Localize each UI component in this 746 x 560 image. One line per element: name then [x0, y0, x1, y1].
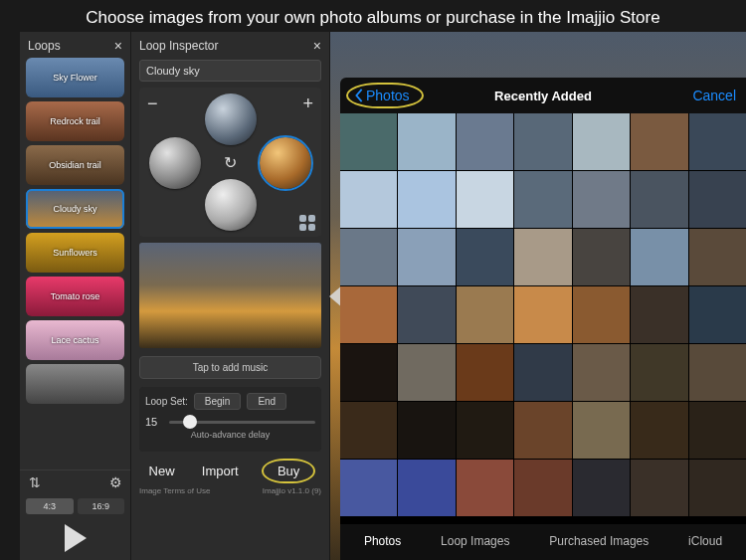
photo-thumbnail[interactable] [457, 171, 513, 228]
picker-tab[interactable]: Photos [364, 534, 401, 548]
ratio-4-3-button[interactable]: 4:3 [26, 498, 74, 514]
photo-thumbnail[interactable] [689, 171, 746, 228]
photo-thumbnail[interactable] [398, 344, 455, 401]
wheel-image[interactable] [205, 93, 257, 145]
photo-thumbnail[interactable] [340, 402, 397, 459]
photo-thumbnail[interactable] [457, 460, 513, 516]
add-music-button[interactable]: Tap to add music [139, 356, 321, 379]
photo-thumbnail[interactable] [398, 229, 455, 285]
photo-thumbnail[interactable] [689, 113, 746, 170]
photo-thumbnail[interactable] [457, 344, 513, 401]
gear-icon[interactable]: ⚙ [106, 474, 124, 492]
picker-tab[interactable]: Purchased Images [549, 534, 649, 548]
picker-tabs: PhotosLoop ImagesPurchased ImagesiCloud [340, 524, 746, 560]
photo-thumbnail[interactable] [457, 286, 513, 343]
photo-thumbnail[interactable] [514, 402, 571, 459]
minus-icon[interactable]: − [147, 93, 158, 114]
photo-thumbnail[interactable] [514, 113, 571, 170]
photo-thumbnail[interactable] [689, 402, 746, 459]
photo-thumbnail[interactable] [340, 171, 397, 228]
play-icon[interactable] [65, 524, 87, 552]
grid-view-icon[interactable] [299, 215, 315, 231]
photo-thumbnail[interactable] [514, 171, 571, 228]
photo-thumbnail[interactable] [514, 460, 571, 516]
loop-set-controls: Loop Set: Begin End 15 Auto-advance dela… [139, 387, 321, 452]
loop-item[interactable]: Obsidian trail [26, 145, 124, 185]
loop-item[interactable] [26, 364, 124, 404]
photo-thumbnail[interactable] [573, 229, 630, 285]
photo-thumbnail[interactable] [514, 229, 571, 285]
loop-item[interactable]: Redrock trail [26, 101, 124, 141]
photo-thumbnail[interactable] [514, 286, 571, 343]
loop-set-label: Loop Set: [145, 396, 188, 407]
photo-thumbnail[interactable] [398, 171, 455, 228]
new-button[interactable]: New [149, 464, 175, 478]
back-label: Photos [366, 88, 410, 103]
photo-thumbnail[interactable] [631, 344, 687, 401]
back-button[interactable]: Photos [350, 86, 420, 105]
photo-thumbnail[interactable] [689, 344, 746, 401]
photo-thumbnail[interactable] [398, 460, 455, 516]
loop-inspector-panel: Loop Inspector × − + ↻ ↶ Tap to add musi… [131, 32, 330, 560]
photo-thumbnail[interactable] [573, 113, 630, 170]
loop-item[interactable]: Sky Flower [26, 58, 124, 97]
app-frame: Loops × Sky FlowerRedrock trailObsidian … [20, 32, 746, 560]
photo-thumbnail[interactable] [457, 229, 513, 285]
photo-thumbnail[interactable] [573, 402, 630, 459]
shuffle-icon[interactable]: ⇅ [26, 474, 44, 492]
delay-slider[interactable] [169, 421, 315, 424]
photo-thumbnail[interactable] [631, 171, 687, 228]
photo-thumbnail[interactable] [340, 113, 397, 170]
ratio-16-9-button[interactable]: 16:9 [78, 498, 125, 514]
loop-item[interactable]: Sunflowers [26, 233, 124, 273]
wheel-image[interactable] [149, 137, 201, 189]
photo-thumbnail[interactable] [573, 460, 630, 516]
loop-item[interactable]: Tomato rose [26, 277, 124, 316]
image-wheel[interactable]: − + ↻ [139, 88, 321, 237]
chevron-left-icon [354, 89, 364, 102]
picker-tab[interactable]: Loop Images [441, 534, 509, 548]
photo-thumbnail[interactable] [573, 171, 630, 228]
photo-thumbnail[interactable] [631, 113, 687, 170]
photo-thumbnail[interactable] [631, 286, 687, 343]
photo-thumbnail[interactable] [573, 286, 630, 343]
loop-list: Sky FlowerRedrock trailObsidian trailClo… [20, 58, 130, 469]
stage: Photos Recently Added Cancel PhotosLoop … [330, 32, 746, 560]
terms-link[interactable]: Image Terms of Use [139, 486, 210, 495]
begin-button[interactable]: Begin [194, 393, 242, 410]
photo-thumbnail[interactable] [631, 460, 687, 516]
photo-thumbnail[interactable] [398, 113, 455, 170]
close-icon[interactable]: × [313, 38, 321, 54]
picker-header: Photos Recently Added Cancel [340, 78, 746, 113]
photo-thumbnail[interactable] [340, 344, 397, 401]
loop-name-input[interactable] [139, 60, 321, 82]
photo-thumbnail[interactable] [689, 286, 746, 343]
plus-icon[interactable]: + [302, 93, 313, 114]
picker-tab[interactable]: iCloud [688, 534, 722, 548]
photo-thumbnail[interactable] [631, 229, 687, 285]
loop-item[interactable]: Lace cactus [26, 320, 124, 360]
delay-value: 15 [145, 416, 163, 428]
cancel-button[interactable]: Cancel [692, 88, 736, 103]
picker-title: Recently Added [494, 89, 592, 103]
photo-thumbnail[interactable] [689, 460, 746, 516]
end-button[interactable]: End [247, 393, 286, 410]
photo-thumbnail[interactable] [457, 402, 513, 459]
buy-button[interactable]: Buy [266, 462, 311, 480]
photo-thumbnail[interactable] [631, 402, 687, 459]
photo-thumbnail[interactable] [514, 344, 571, 401]
wheel-image[interactable] [205, 179, 257, 231]
photo-thumbnail[interactable] [340, 229, 397, 285]
photo-thumbnail[interactable] [340, 460, 397, 516]
photo-thumbnail[interactable] [689, 229, 746, 285]
loop-item[interactable]: Cloudy sky [26, 189, 124, 229]
photo-thumbnail[interactable] [398, 286, 455, 343]
photo-thumbnail[interactable] [573, 344, 630, 401]
close-icon[interactable]: × [114, 38, 122, 54]
photo-thumbnail[interactable] [457, 113, 513, 170]
wheel-image[interactable] [260, 137, 311, 189]
photo-thumbnail[interactable] [340, 286, 397, 343]
import-button[interactable]: Import [202, 464, 239, 478]
refresh-icon[interactable]: ↻ [224, 153, 237, 172]
photo-thumbnail[interactable] [398, 402, 455, 459]
